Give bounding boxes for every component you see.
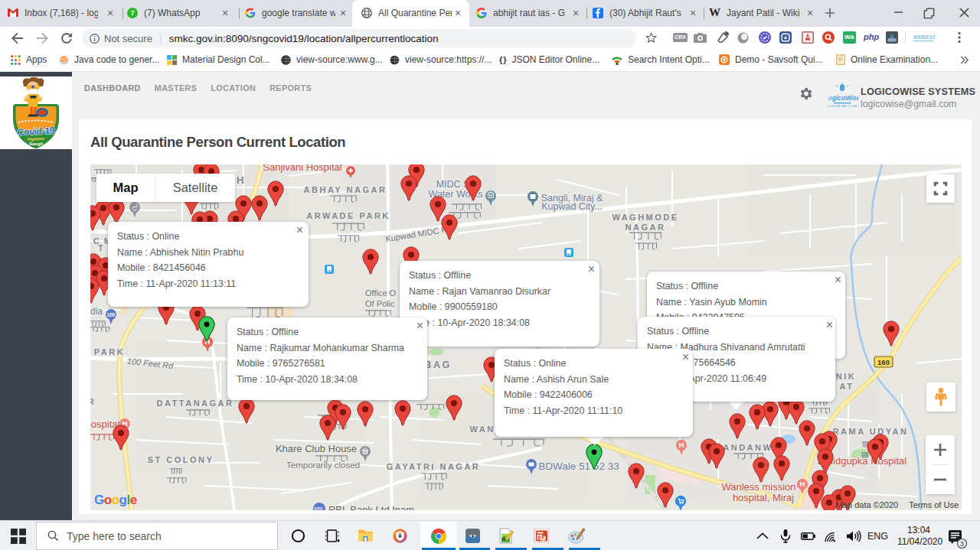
svg-text:A: A (890, 33, 895, 41)
svg-text:Kupwad City...: Kupwad City... (541, 201, 603, 212)
svg-text:H: H (800, 480, 805, 488)
svg-text:Sanjivani Hospital: Sanjivani Hospital (263, 164, 341, 173)
svg-text:BAG: BAG (424, 360, 451, 370)
svg-text:NIK: NIK (836, 372, 856, 381)
svg-text:NAGAR: NAGAR (626, 223, 666, 232)
svg-text:RBL: RBL (314, 506, 325, 510)
svg-text:ST COLONY: ST COLONY (148, 455, 214, 464)
svg-text:LogicoWise: LogicoWise (828, 95, 858, 102)
svg-text:RAMA UDYAN: RAMA UDYAN (833, 427, 909, 436)
svg-text:160: 160 (877, 358, 890, 366)
svg-text:PARK: PARK (94, 347, 125, 356)
svg-text:AT: AT (840, 382, 854, 391)
svg-text:BDWale 51 52 33: BDWale 51 52 33 (538, 461, 619, 472)
svg-text:Office O: Office O (365, 288, 397, 298)
svg-text:Fighters: Fighters (28, 136, 44, 142)
svg-text:100: 100 (107, 312, 116, 317)
svg-text:Of Polic: Of Polic (365, 299, 395, 308)
svg-text:GAYATRI NAGAR: GAYATRI NAGAR (387, 462, 481, 471)
svg-text:3: 3 (960, 539, 964, 548)
svg-text:T: T (98, 243, 104, 252)
svg-text:hospital, Miraj: hospital, Miraj (733, 492, 794, 503)
svg-text:H: H (237, 174, 246, 186)
svg-text:dia: dia (90, 306, 103, 317)
svg-text:Khare Club House: Khare Club House (276, 443, 357, 454)
svg-text:A LOGICAL WAY TO GET: A LOGICAL WAY TO GET (828, 105, 858, 108)
svg-text:RBL Bank Ltd Inam: RBL Bank Ltd Inam (328, 504, 414, 510)
svg-text:R: R (90, 397, 96, 406)
svg-text:Temporarily closed: Temporarily closed (286, 461, 360, 470)
svg-text:ARWADE PARK: ARWADE PARK (306, 211, 390, 220)
svg-text:Wanless mission: Wanless mission (721, 481, 795, 493)
svg-text:H: H (679, 441, 684, 449)
svg-text:Sangli: Sangli (29, 142, 43, 146)
svg-text:ABHAY NAGAR: ABHAY NAGAR (304, 185, 387, 194)
svg-text:DATTANAGAR: DATTANAGAR (157, 399, 234, 408)
svg-text:7: 7 (130, 9, 134, 17)
svg-text:WAN: WAN (469, 425, 495, 434)
svg-text:WAGHMODE: WAGHMODE (612, 213, 678, 222)
